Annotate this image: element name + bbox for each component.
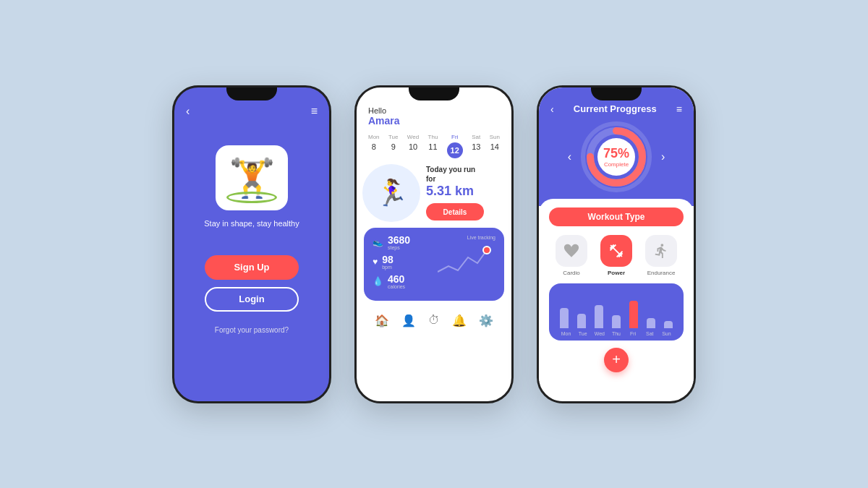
greeting-text: Hello [368,106,500,115]
progress-percentage: 75% [603,146,629,160]
power-icon-box [600,235,632,267]
run-section: 🏃‍♀️ Today you runfor 5.31 km Details [357,164,511,222]
nav-profile-icon[interactable]: 👤 [401,314,416,328]
logo-ring [226,192,277,203]
calendar-row: Mon 8 Tue 9 Wed 10 Thu 11 Fri 12 Sat 13 [368,134,500,158]
progress-complete-label: Complete [603,161,629,168]
bar-sun-fill [664,321,673,328]
logo-container: 🏋 Stay in shape, stay healthy [174,145,329,228]
progress-title: Current Proggress [554,103,676,114]
stats-card: 👟 3680 steps ♥ 98 bpm 💧 460 calories [364,228,504,301]
bar-fri [626,301,640,328]
bar-wed-fill [595,305,603,328]
details-button[interactable]: Details [426,203,484,221]
menu-icon-1[interactable]: ≡ [311,105,318,118]
bpm-row: ♥ 98 bpm [373,254,433,270]
bar-mon [558,308,571,328]
prev-arrow[interactable]: ‹ [568,150,571,163]
cal-mon: Mon 8 [368,134,380,158]
cardio-icon-box [556,235,587,267]
run-label: Today you runfor [426,165,484,184]
p3-body: Workout Type Cardio Power [539,199,694,381]
workout-power[interactable]: Power [600,235,632,276]
cal-thu: Thu 11 [428,134,438,158]
stats-left: 👟 3680 steps ♥ 98 bpm 💧 460 calories [373,235,433,294]
forgot-password-link[interactable]: Forgot your password? [215,326,289,334]
bar-sat [644,318,658,328]
login-button[interactable]: Login [205,287,299,312]
phone-progress: ‹ Current Proggress ≡ ‹ 75% [537,85,696,403]
fab-add-button[interactable]: + [604,348,629,372]
nav-home-icon[interactable]: 🏠 [375,314,389,328]
day-labels: Mon Tue Wed Thu Fri Sat Sun [558,331,675,336]
cal-fri[interactable]: Fri 12 [447,134,463,158]
progress-header: ‹ Current Proggress ≡ ‹ 75% [539,87,694,206]
tagline: Stay in shape, stay healthy [204,219,299,228]
steps-unit: steps [388,245,410,250]
workout-type-pill[interactable]: Workout Type [549,207,684,226]
back-icon-1[interactable]: ‹ [186,105,190,118]
notch-1 [226,87,277,100]
user-name: Amara [368,115,500,127]
bar-thu-fill [612,315,621,328]
donut-text: 75% Complete [603,146,629,168]
cal-tue: Tue 9 [388,134,399,158]
bar-wed [592,305,606,328]
phone-dashboard: Hello Amara Mon 8 Tue 9 Wed 10 Thu 11 Fr… [354,85,514,403]
donut-chart: 75% Complete [580,121,652,193]
weekly-bars [558,291,675,328]
bar-sat-fill [647,318,655,328]
logo-box: 🏋 [216,145,288,210]
live-tracking-label: Live tracking [438,235,495,240]
cal-sat: Sat 13 [472,134,480,158]
bar-fri-fill [629,301,638,328]
day-label-fri: Fri [625,331,642,336]
live-tracking-section: Live tracking [438,235,495,294]
menu-icon-3[interactable]: ≡ [676,103,682,115]
cal-sun: Sun 14 [490,134,500,158]
notch-2 [409,87,459,100]
endurance-icon-box [645,235,677,267]
bar-thu [610,315,624,328]
bpm-unit: bpm [382,265,393,270]
day-label-mon: Mon [558,331,574,336]
progress-circle-section: ‹ 75% Complete › [539,121,694,193]
workout-endurance[interactable]: Endurance [645,235,677,276]
day-label-sat: Sat [642,331,658,336]
nav-bell-icon[interactable]: 🔔 [452,314,467,328]
bar-mon-fill [560,308,569,328]
bpm-value: 98 [382,254,393,265]
calories-unit: calories [388,284,405,289]
heart-icon: ♥ [373,257,378,267]
runner-illustration: 🏃‍♀️ [362,164,420,222]
bar-tue [575,314,589,328]
logo-figure: 🏋 [229,159,276,197]
next-arrow[interactable]: › [661,150,665,163]
cal-wed: Wed 10 [407,134,419,158]
nav-clock-icon[interactable]: ⏱ [428,314,440,328]
calories-icon: 💧 [373,276,383,286]
auth-buttons: Sign Up Login Forgot your password? [174,255,329,334]
run-info: Today you runfor 5.31 km Details [426,165,484,221]
power-label: Power [608,270,625,276]
svg-point-0 [483,247,490,254]
steps-icon: 👟 [373,237,383,247]
calories-row: 💧 460 calories [373,274,433,289]
bottom-nav: 🏠 👤 ⏱ 🔔 ⚙️ [357,307,511,332]
endurance-label: Endurance [647,270,676,276]
steps-row: 👟 3680 steps [373,235,433,250]
workout-cardio[interactable]: Cardio [556,235,587,276]
notch-3 [591,87,642,100]
day-label-wed: Wed [591,331,608,336]
weekly-chart-card: Mon Tue Wed Thu Fri Sat Sun [549,283,684,341]
workout-icons-row: Cardio Power Endurance [549,235,684,276]
calories-value: 460 [388,274,405,284]
cardio-label: Cardio [563,270,580,276]
run-distance: 5.31 km [426,184,484,199]
signup-button[interactable]: Sign Up [205,255,299,280]
phone-login: ‹ ≡ 🏋 Stay in shape, stay healthy Sign U… [172,85,331,403]
progress-topbar: ‹ Current Proggress ≡ [539,103,694,121]
day-label-tue: Tue [574,331,591,336]
track-chart [438,243,495,281]
nav-settings-icon[interactable]: ⚙️ [479,314,493,328]
